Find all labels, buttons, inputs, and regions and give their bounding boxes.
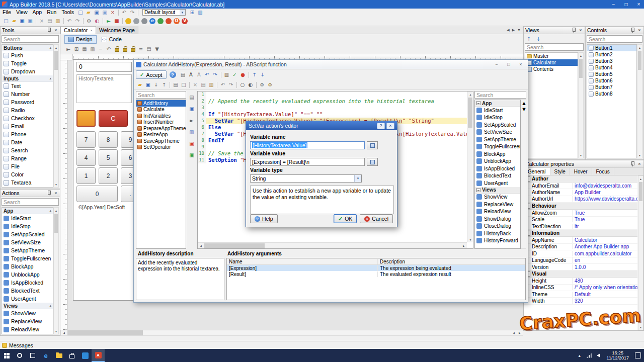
property-group[interactable]: Author [524, 175, 637, 183]
list-item[interactable]: IsAppBlocked [475, 165, 520, 172]
control-item[interactable]: Button2 [587, 51, 636, 58]
list-item[interactable]: ToggleFullscreen [475, 143, 520, 151]
actions-search-input[interactable]: Search [2, 198, 59, 206]
code-mode-button[interactable]: <> Code [98, 35, 126, 44]
list-item[interactable]: Push [2, 51, 53, 59]
menu-view[interactable]: View [14, 9, 30, 16]
list-item[interactable]: UserAgent [2, 295, 53, 303]
list-item[interactable]: ReplaceView [2, 317, 53, 325]
edge-taskbar-icon[interactable]: e [39, 349, 52, 362]
property-row[interactable]: AppNameCalculator [524, 237, 637, 243]
control-item[interactable]: Button8 [587, 90, 636, 97]
design-mode-button[interactable]: Design [64, 35, 97, 44]
layout-grid-icon[interactable]: ⊞ [188, 9, 196, 16]
theme-icon[interactable]: ◐ [93, 18, 101, 25]
list-item[interactable]: ToggleFullscreen [2, 254, 53, 262]
list-item[interactable]: Textarea [2, 178, 53, 187]
list-item[interactable]: UnblockApp [2, 270, 53, 279]
list-item[interactable]: BlockedText [2, 287, 53, 295]
control-item[interactable]: Button1 [587, 45, 636, 51]
tools-icon[interactable]: ⚙ [266, 81, 274, 88]
digit-button-2[interactable]: 2 [99, 167, 118, 184]
show-borders-icon[interactable]: ▦ [80, 46, 89, 53]
control-item[interactable]: Button7 [587, 84, 636, 90]
list-item[interactable]: ShowView [2, 309, 53, 317]
search-icon[interactable]: ○ [238, 81, 247, 88]
copy-icon[interactable]: ▤ [46, 18, 54, 25]
taskbar-clock[interactable]: 16:25 11/12/2017 [605, 350, 630, 360]
property-row[interactable]: Version1.0.0 [524, 264, 637, 270]
browser-dark-icon[interactable] [141, 18, 147, 24]
property-row[interactable]: AuthorNameApp Builder [524, 189, 637, 196]
file-explorer-icon[interactable] [52, 349, 65, 362]
grid-icon[interactable]: ⊞ [72, 46, 80, 53]
ie-browser-icon[interactable] [125, 18, 131, 24]
list-item[interactable]: ShowDialog [2, 333, 53, 334]
task-view-button[interactable] [26, 349, 39, 362]
save-project-icon[interactable]: ▣ [93, 9, 101, 16]
list-item[interactable]: Date [2, 138, 53, 146]
pointer-icon[interactable]: ► [64, 46, 72, 53]
stop-icon[interactable]: ● [239, 71, 247, 78]
help-icon[interactable]: ? [170, 71, 176, 78]
layout-select[interactable]: Default layout ▼ [142, 9, 186, 16]
list-item[interactable]: BlockedText [475, 172, 520, 180]
variable-name-input[interactable]: [HistoryTextarea.Value] [250, 141, 365, 149]
scroll-thumb[interactable] [579, 59, 583, 78]
property-group[interactable]: Visual [524, 270, 637, 278]
dialog-close-icon[interactable]: × [386, 123, 394, 129]
digit-button-1[interactable]: 1 [76, 167, 96, 184]
cut-icon[interactable]: × [191, 81, 199, 88]
lock-horizontal-icon[interactable] [113, 46, 121, 53]
chrome-browser-icon[interactable] [157, 18, 164, 24]
list-item[interactable]: Password [2, 98, 53, 106]
control-item[interactable]: Button6 [587, 77, 636, 84]
scroll-tabs-right-icon[interactable]: ▶ [512, 28, 515, 32]
section-header[interactable]: App [475, 100, 520, 107]
settings-icon[interactable]: ⚙ [85, 18, 93, 25]
paste-icon[interactable]: ▥ [207, 81, 215, 88]
function-item[interactable]: ResizeApp [136, 132, 186, 138]
control-item[interactable]: Button3 [587, 58, 636, 64]
list-item[interactable]: IdleStop [475, 114, 520, 122]
scroll-down-arrow[interactable]: ▼ [54, 328, 58, 334]
list-item[interactable]: HistoryBack [475, 230, 520, 237]
variable-value-picker-button[interactable] [367, 158, 378, 166]
menu-app[interactable]: App [30, 9, 45, 16]
scroll-tabs-left-icon[interactable]: ◀ [507, 28, 509, 32]
save-all-files-icon[interactable]: ▣ [26, 18, 34, 25]
list-item[interactable]: SetViewSize [2, 238, 53, 246]
redo-icon[interactable]: ↷ [128, 9, 136, 16]
pin-icon[interactable] [47, 28, 51, 33]
function-item[interactable]: SaveAppTheme [136, 138, 186, 144]
property-row[interactable]: AllowZoomTrue [524, 210, 637, 216]
undo-icon[interactable]: ↶ [65, 18, 73, 25]
replace-icon[interactable]: ◐ [247, 81, 255, 88]
move-view-up-icon[interactable]: ↑ [525, 35, 533, 42]
scroll-down-arrow[interactable]: ▼ [637, 152, 642, 158]
undo-icon[interactable]: ↶ [120, 9, 128, 16]
insert-icon[interactable]: ► [188, 117, 196, 124]
help-button[interactable]: ? Help [250, 214, 278, 223]
print-icon[interactable]: ▤ [179, 71, 187, 78]
dialog-help-icon[interactable]: ? [377, 123, 385, 129]
property-row[interactable]: TextDirectionltr [524, 223, 637, 230]
function-item[interactable]: PrepareAppTheme [136, 125, 186, 132]
menu-run[interactable]: Run [44, 9, 59, 16]
redo-icon[interactable]: ↷ [211, 71, 219, 78]
function-item[interactable]: Calculate [136, 107, 186, 113]
clear-button[interactable]: C [99, 110, 128, 127]
close-panel-icon[interactable]: × [53, 28, 58, 33]
list-item[interactable]: HistoryForward [475, 237, 520, 245]
section-header[interactable]: Views▴ [2, 303, 53, 309]
property-row[interactable]: ScaleTrue [524, 217, 637, 223]
messages-bar[interactable]: Messages [0, 341, 644, 349]
opera-browser-icon[interactable]: O [174, 18, 180, 24]
new-project-icon[interactable]: □ [76, 9, 85, 16]
move-down-icon[interactable]: ↓ [259, 71, 267, 78]
list-item[interactable]: UserAgent [475, 179, 520, 187]
list-item[interactable]: Range [2, 154, 53, 162]
list-item[interactable]: Dropdown [2, 67, 53, 75]
list-item[interactable]: ReplaceView [475, 201, 520, 208]
digit-button-8[interactable]: 8 [99, 131, 118, 148]
